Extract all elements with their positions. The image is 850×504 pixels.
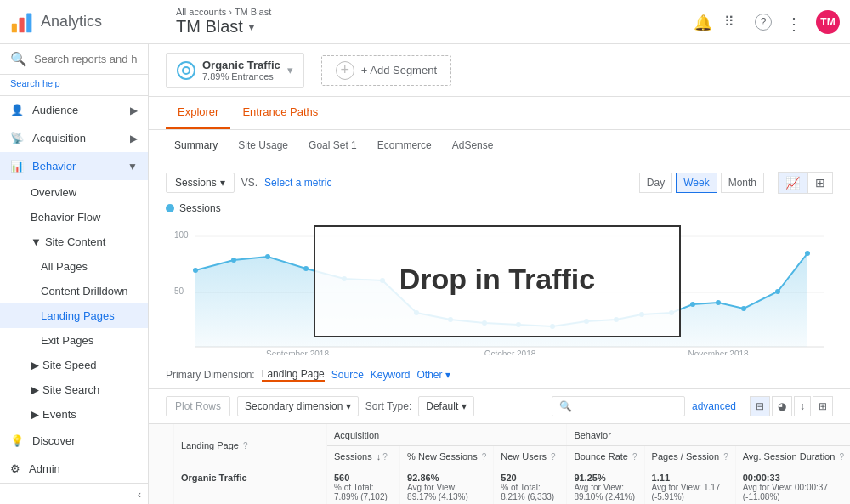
total-bounce-value: 91.25% xyxy=(574,473,605,483)
pct-new-sessions-info-icon[interactable]: ? xyxy=(482,452,487,462)
svg-text:October 2018: October 2018 xyxy=(484,349,536,355)
primary-dim-source[interactable]: Source xyxy=(332,369,364,381)
primary-dim-keyword[interactable]: Keyword xyxy=(371,369,411,381)
account-dropdown-icon[interactable]: ▼ xyxy=(246,21,257,33)
sidebar-section: 👤 Audience ▶ 📡 Acquisition ▶ 📊 Behavior … xyxy=(0,96,148,483)
total-pct-new-value: 92.86% xyxy=(407,473,439,483)
table-search-wrap: 🔍 xyxy=(552,396,685,416)
table-bar-view-button[interactable]: ↕ xyxy=(794,396,811,416)
th-bounce-rate: Bounce Rate ? xyxy=(567,446,644,467)
account-name[interactable]: TM Blast ▼ xyxy=(176,17,694,37)
chart-point xyxy=(231,258,236,263)
sub-tab-goal-set-1[interactable]: Goal Set 1 xyxy=(300,135,366,156)
sidebar-item-all-pages[interactable]: All Pages xyxy=(0,254,148,279)
total-row-sessions: 560 % of Total: 7.89% (7,102) xyxy=(327,467,400,505)
total-pages-session-value: 1.11 xyxy=(652,473,670,483)
sidebar-item-behavior-flow[interactable]: Behavior Flow xyxy=(0,205,148,229)
sort-type-select[interactable]: Default ▾ xyxy=(418,396,473,416)
select-metric-link[interactable]: Select a metric xyxy=(264,177,332,189)
search-input[interactable] xyxy=(34,53,138,65)
table-pie-view-button[interactable]: ◕ xyxy=(772,396,792,416)
total-sessions-sub: % of Total: 7.89% (7,102) xyxy=(334,483,393,501)
new-users-info-icon[interactable]: ? xyxy=(551,452,556,462)
chart-point xyxy=(805,251,810,256)
bell-icon[interactable]: 🔔 xyxy=(694,14,711,31)
pages-session-info-icon[interactable]: ? xyxy=(723,452,728,462)
acquisition-icon: 📡 xyxy=(10,132,24,144)
tab-entrance-paths[interactable]: Entrance Paths xyxy=(230,97,330,129)
th-pages-session: Pages / Session ? xyxy=(644,446,735,467)
content-inner: Organic Traffic 7.89% Entrances ▾ + + Ad… xyxy=(149,44,850,504)
discover-icon: 💡 xyxy=(10,434,24,447)
bounce-rate-info-icon[interactable]: ? xyxy=(632,452,638,462)
sidebar-item-acquisition[interactable]: 📡 Acquisition ▶ xyxy=(0,124,148,152)
chart-point xyxy=(193,268,198,273)
events-expand-icon: ▶ xyxy=(31,408,39,421)
top-bar: Analytics All accounts › TM Blast TM Bla… xyxy=(0,0,850,44)
chart-table-view-button[interactable]: ⊞ xyxy=(808,172,833,194)
th-behavior-group: Behavior xyxy=(567,424,850,446)
segment-name: Organic Traffic xyxy=(202,59,280,71)
collapse-icon: ‹ xyxy=(138,489,141,501)
advanced-link[interactable]: advanced xyxy=(692,400,736,412)
sidebar-item-exit-pages[interactable]: Exit Pages xyxy=(0,328,148,353)
segment-subtitle: 7.89% Entrances xyxy=(202,71,280,82)
search-box[interactable]: 🔍 xyxy=(0,44,148,75)
chart-svg-wrap: 100 50 xyxy=(166,219,833,361)
primary-dimension-bar: Primary Dimension: Landing Page Source K… xyxy=(149,361,850,389)
table-compare-view-button[interactable]: ⊞ xyxy=(813,396,833,416)
period-month-button[interactable]: Month xyxy=(721,173,764,193)
sidebar-item-overview[interactable]: Overview xyxy=(0,180,148,205)
sub-tab-ecommerce[interactable]: Ecommerce xyxy=(369,135,440,156)
sessions-info-icon[interactable]: ? xyxy=(382,452,388,462)
sub-tab-site-usage[interactable]: Site Usage xyxy=(230,135,297,156)
help-icon[interactable]: ? xyxy=(755,14,772,31)
total-row: Organic Traffic 560 % of Total: 7.89% (7… xyxy=(149,467,850,505)
plot-rows-button[interactable]: Plot Rows xyxy=(166,396,230,416)
sub-tab-adsense[interactable]: AdSense xyxy=(444,135,502,156)
sub-tab-summary[interactable]: Summary xyxy=(166,135,226,156)
breadcrumb: All accounts › TM Blast xyxy=(176,7,694,17)
primary-dimension-label: Primary Dimension: xyxy=(166,369,255,381)
sidebar-item-content-drilldown[interactable]: Content Drilldown xyxy=(0,279,148,303)
add-segment-button[interactable]: + + Add Segment xyxy=(321,55,451,86)
sidebar-item-discover[interactable]: 💡 Discover xyxy=(0,427,148,455)
table-search-input[interactable] xyxy=(575,400,677,412)
secondary-dimension-select[interactable]: Secondary dimension ▾ xyxy=(237,396,359,416)
grid-icon[interactable]: ⠿ xyxy=(724,14,741,31)
main-tab-bar: Explorer Entrance Paths xyxy=(149,97,850,130)
avg-session-info-icon[interactable]: ? xyxy=(839,452,844,462)
landing-page-info-icon[interactable]: ? xyxy=(243,441,248,450)
svg-text:100: 100 xyxy=(174,230,189,240)
chart-line-view-button[interactable]: 📈 xyxy=(778,172,808,194)
primary-dim-other[interactable]: Other ▾ xyxy=(417,369,450,381)
segment-dropdown-icon[interactable]: ▾ xyxy=(287,64,293,76)
chart-controls: Sessions ▾ VS. Select a metric Day Week … xyxy=(166,172,833,194)
tab-explorer[interactable]: Explorer xyxy=(166,97,230,129)
th-avg-session: Avg. Session Duration ? xyxy=(735,446,850,467)
sidebar-discover-label: Discover xyxy=(32,434,76,447)
sidebar-item-admin[interactable]: ⚙ Admin xyxy=(0,455,148,483)
sidebar-item-audience[interactable]: 👤 Audience ▶ xyxy=(0,96,148,124)
table-grid-view-button[interactable]: ⊟ xyxy=(750,396,770,416)
sidebar-collapse-button[interactable]: ‹ xyxy=(0,483,148,504)
sidebar-item-landing-pages[interactable]: Landing Pages xyxy=(0,303,148,328)
primary-dim-landing-page[interactable]: Landing Page xyxy=(262,368,325,382)
site-search-label: Site Search xyxy=(42,383,99,396)
avatar[interactable]: TM xyxy=(816,10,840,34)
sidebar-item-site-search[interactable]: ▶ Site Search xyxy=(0,377,148,402)
segment-bar: Organic Traffic 7.89% Entrances ▾ + + Ad… xyxy=(149,44,850,97)
more-icon[interactable]: ⋮ xyxy=(785,14,802,31)
sidebar-item-events[interactable]: ▶ Events xyxy=(0,402,148,427)
add-segment-label: + Add Segment xyxy=(361,64,437,76)
sidebar-audience-label: Audience xyxy=(32,104,78,116)
acquisition-chevron: ▶ xyxy=(130,133,138,144)
sidebar-item-behavior[interactable]: 📊 Behavior ▼ xyxy=(0,152,148,180)
sidebar-item-site-content[interactable]: ▼ Site Content xyxy=(0,229,148,254)
period-day-button[interactable]: Day xyxy=(639,173,672,193)
organic-traffic-segment[interactable]: Organic Traffic 7.89% Entrances ▾ xyxy=(166,53,304,88)
metric-pill[interactable]: Sessions ▾ xyxy=(166,173,235,193)
search-help[interactable]: Search help xyxy=(0,75,148,96)
period-week-button[interactable]: Week xyxy=(676,173,717,193)
sidebar-item-site-speed[interactable]: ▶ Site Speed xyxy=(0,353,148,377)
